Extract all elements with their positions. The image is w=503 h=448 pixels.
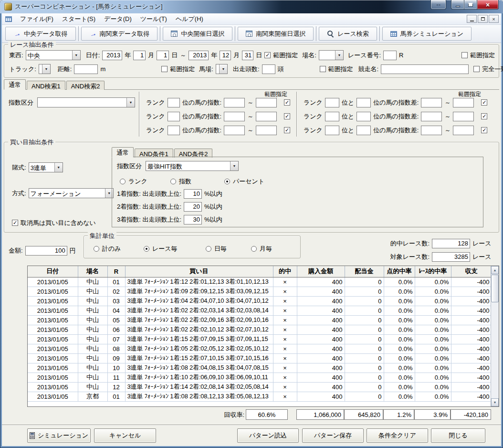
rank-b-input[interactable] [356,112,371,121]
tab-and-search-2[interactable]: AND検索2 [66,81,105,90]
rank-input[interactable] [168,112,180,121]
first-place-percent-input[interactable] [184,189,202,199]
table-row[interactable]: 2013/01/05中山013連単 ﾌｫｰﾒｰｼｮﾝ 1着:12 2着:01,1… [28,277,492,287]
index-range-checkbox[interactable] [284,99,290,106]
tab-normal[interactable]: 通常 [4,79,26,90]
diff-from-input[interactable] [421,112,442,121]
mdi-minimize-button[interactable] [467,15,477,23]
toolbar-race-search-button[interactable]: レース検索 [319,27,377,41]
amount-input[interactable] [25,246,67,256]
diff-range-checkbox[interactable] [481,99,487,106]
menu-data[interactable]: データ(D) [100,13,136,25]
table-row[interactable]: 2013/01/05中山023連単 ﾌｫｰﾒｰｼｮﾝ 1着:09 2着:09,1… [28,287,492,296]
index-range-checkbox[interactable] [284,127,290,133]
track-select[interactable]: ▼ [39,64,51,74]
close-button[interactable]: 閉じる [431,428,485,443]
mdi-close-button[interactable]: × [489,15,499,23]
month-from-input[interactable] [133,51,146,60]
method-select[interactable]: フォーメーション▼ [29,188,114,198]
col-header-hit[interactable]: 的中 [273,266,297,277]
window-maximize-button[interactable] [464,0,477,10]
race-number-input[interactable] [383,51,397,60]
table-row[interactable]: 2013/01/05中山123連単 ﾌｫｰﾒｰｼｮﾝ 1着:14 2着:02,0… [28,382,492,392]
col-header-race-rate[interactable]: ﾚｰｽ的中率 [415,266,451,277]
east-west-select[interactable]: 中央▼ [26,50,81,60]
diff-to-input[interactable] [453,98,474,107]
bet-index-category-select[interactable]: 最強HIT指数▼ [146,161,239,171]
year-to-input[interactable] [189,51,209,60]
index-to-input[interactable] [256,112,277,121]
menu-tools[interactable]: ツール(T) [136,13,171,25]
index-from-input[interactable] [224,112,245,121]
window-resize-button[interactable]: ⇔ [430,0,446,10]
place-select[interactable]: ▼ [319,50,344,60]
simulation-button[interactable]: シミュレーション [27,428,91,443]
year-from-input[interactable] [102,51,122,60]
toolbar-simulation-button[interactable]: 馬券シミュレーション [382,27,472,41]
col-header-r[interactable]: R [107,266,125,277]
table-row[interactable]: 2013/01/05中山113連単 ﾌｫｰﾒｰｼｮﾝ 1着:10 2着:06,0… [28,373,492,382]
col-header-date[interactable]: 日付 [28,266,78,277]
rank-b-input[interactable] [356,98,371,107]
col-header-purchase[interactable]: 購入金額 [297,266,345,277]
col-header-payout[interactable]: 配当金 [345,266,384,277]
baba-select[interactable]: ▼ [216,64,228,74]
table-row[interactable]: 2013/01/05中山053連単 ﾌｫｰﾒｰｼｮﾝ 1着:02 2着:02,0… [28,315,492,325]
col-header-place[interactable]: 場名 [78,266,107,277]
chevron-down-icon[interactable]: ▼ [230,161,238,171]
table-row[interactable]: 2013/01/05中山083連単 ﾌｫｰﾒｰｼｮﾝ 1着:05 2着:02,0… [28,344,492,353]
index-to-input[interactable] [256,98,277,107]
table-row[interactable]: 2013/01/05中山103連単 ﾌｫｰﾒｰｼｮﾝ 1着:08 2着:04,0… [28,363,492,373]
index-from-input[interactable] [224,98,245,107]
chevron-down-icon[interactable]: ▼ [42,64,50,74]
table-row[interactable]: 2013/01/05中山043連単 ﾌｫｰﾒｰｼｮﾝ 1着:02 2着:02,0… [28,306,492,315]
heads-range-checkbox[interactable] [320,66,326,72]
menu-start[interactable]: スタート(S) [58,13,100,25]
toolbar-minamikanto-data-button[interactable]: 南関東データ取得 [81,27,158,41]
window-close-button[interactable]: × [477,0,499,10]
chevron-down-icon[interactable]: ▼ [219,64,227,74]
day-from-input[interactable] [157,51,169,60]
rank-a-input[interactable] [325,98,339,107]
chevron-down-icon[interactable]: ▼ [335,51,343,60]
diff-to-input[interactable] [453,112,474,121]
target-race-count-input[interactable] [432,252,470,262]
pattern-save-button[interactable]: パターン保存 [302,428,364,443]
rank-b-input[interactable] [356,126,371,135]
rank-a-input[interactable] [325,126,339,135]
diff-from-input[interactable] [421,98,442,107]
toolbar-central-date-button[interactable]: 中央開催日選択 [163,27,232,41]
exact-match-checkbox[interactable] [473,66,480,72]
scroll-down-button[interactable] [491,398,499,406]
diff-range-checkbox[interactable] [481,113,487,119]
toolbar-minamikanto-date-button[interactable]: 南関東開催日選択 [238,27,314,41]
rank-input[interactable] [168,98,180,107]
index-radio[interactable] [170,179,176,184]
per-race-radio[interactable] [144,246,149,252]
race-name-input[interactable] [381,64,469,74]
total-only-radio[interactable] [94,246,99,252]
exclude-cancelled-checkbox[interactable] [12,220,18,226]
table-vertical-scrollbar[interactable] [491,266,499,406]
scrollbar-thumb[interactable] [491,275,499,302]
per-month-radio[interactable] [251,246,257,252]
heads-input[interactable] [262,64,275,74]
menu-file[interactable]: ファイル(F) [16,13,58,25]
clear-all-conditions-button[interactable]: 条件全クリア [367,428,428,443]
rank-input[interactable] [168,126,180,135]
scroll-up-button[interactable] [491,266,499,274]
toolbar-central-data-button[interactable]: 中央データ取得 [5,27,76,41]
distance-input[interactable] [74,64,98,74]
bet-type-select[interactable]: 3連単▼ [29,162,63,172]
month-to-input[interactable] [220,51,231,60]
day-to-input[interactable] [242,51,253,60]
race-number-range-checkbox[interactable] [461,52,468,58]
col-header-point-rate[interactable]: 点的中率 [384,266,415,277]
second-place-percent-input[interactable] [184,202,202,212]
tab-bet-normal[interactable]: 通常 [112,147,134,158]
distance-range-checkbox[interactable] [161,66,168,72]
per-day-radio[interactable] [206,246,211,252]
third-place-percent-input[interactable] [184,215,202,224]
cancel-button[interactable]: キャンセル [94,428,156,443]
mdi-restore-button[interactable] [478,15,488,23]
